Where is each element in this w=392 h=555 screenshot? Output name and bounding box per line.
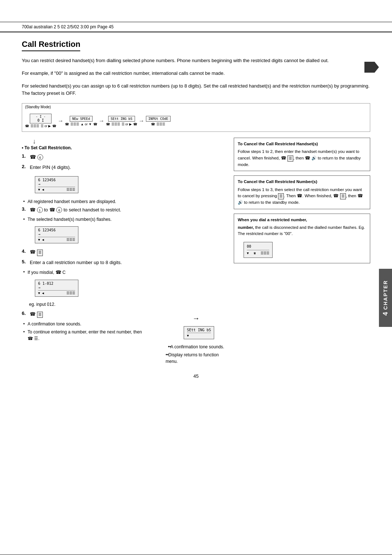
bullet-step3: The selected handset(s) number(s) flashe… bbox=[22, 216, 226, 223]
button-1-badge: 1 bbox=[37, 207, 43, 213]
bullet-step6-b: To continue entering a number, enter the… bbox=[22, 329, 144, 342]
arrow-3: → bbox=[139, 118, 144, 124]
cancel-number-box: To Cancel the Call Restricted Number(s) … bbox=[234, 175, 370, 209]
header-text: 700al australian 2 5 02 2/5/02 3:00 pm P… bbox=[22, 24, 114, 29]
header-bar: 700al australian 2 5 02 2/5/02 3:00 pm P… bbox=[0, 22, 392, 32]
handset-icon-step6: ☎ bbox=[30, 311, 36, 317]
lcd-setting-label: SEtt ING bS bbox=[187, 328, 211, 332]
down-arrow-icon: ↓ bbox=[33, 138, 226, 145]
handset-icon-4: ☎ bbox=[151, 122, 155, 126]
setting-bullet-1-text: • A confirmation tone sounds. bbox=[168, 344, 224, 349]
bullet-step6-b-text: To continue entering a number, enter the… bbox=[28, 329, 142, 335]
restricted-lcd-line1: 00 bbox=[247, 244, 269, 249]
setting-bullet-1: • A confirmation tone sounds. bbox=[168, 344, 224, 350]
step-3-content: ☎ 1 to ☎ 6 to select handset to restrict… bbox=[30, 206, 226, 214]
lcd-footer-4: ☰☰☰ bbox=[156, 122, 165, 126]
handset-icon-3b: ☎ bbox=[133, 122, 137, 126]
handset-icon-1b: ☎ bbox=[52, 124, 56, 128]
bullet-step3-text: The selected handset(s) number(s) flashe… bbox=[28, 217, 111, 222]
setting-bullet-2-text: • Display returns to function menu. bbox=[166, 352, 219, 364]
step-4: 4. ☎ ☰ bbox=[22, 248, 226, 256]
bullet-step2-text: All registered handset numbers are displ… bbox=[28, 199, 116, 204]
when-dial-restricted-title: When you dial a restricted number, bbox=[238, 217, 366, 223]
lcd-footer-right-step3: ☰☰☰ bbox=[66, 238, 75, 242]
flow-cell-2: NEw SPEEd ☎ ☰☰☰ ▲ or ▼ ☎ bbox=[65, 116, 97, 126]
handset-icon-step3b: ☎ bbox=[49, 207, 55, 212]
lcd-footer-left-step5: ▼ ◀ bbox=[38, 291, 44, 295]
lcd-step2: 6 123456 → ▼ ◀ ☰☰☰ bbox=[29, 174, 226, 195]
set-label-row: ↓ • To Set Call Restriction. bbox=[22, 138, 226, 150]
handset-icon-1: ☎ bbox=[25, 124, 29, 128]
cancel-handset-title: To Cancel the Call Restricted Handset(s) bbox=[238, 141, 366, 147]
button-6-badge2: 6 bbox=[56, 207, 62, 213]
flow-cell-1: - I - 0 I ☎ ☰☰☰ ☰ or ▶ ☎ bbox=[25, 114, 56, 128]
lcd-footer-step5: ▼ ◀ ☰☰☰ bbox=[38, 290, 75, 295]
lcd-footer-3: ☰☰☰ bbox=[111, 122, 120, 126]
page-title: Call Restriction bbox=[22, 40, 80, 51]
lcd-4: INPUt COdE bbox=[146, 116, 171, 122]
page-number: 45 bbox=[22, 373, 370, 379]
arrow-2: → bbox=[99, 118, 105, 124]
step5-and-setting: 6. ☎ ☰ A confirmation tone sounds. To co… bbox=[22, 311, 226, 366]
when-dial-restricted-box: When you dial a restricted number, numbe… bbox=[234, 214, 370, 263]
step-1-content: ☎ 6 bbox=[30, 153, 226, 161]
handset-icon-2b: ☎ bbox=[93, 122, 97, 126]
left-column: ↓ • To Set Call Restriction. 1. ☎ 6 2. E… bbox=[22, 138, 226, 366]
chapter-tab: CHAPTER 4 bbox=[379, 269, 392, 327]
menu-icon-step4: ☰ bbox=[37, 250, 43, 256]
handset-icon-step1: ☎ bbox=[30, 154, 36, 160]
lcd-line1-step3: 6 123456 bbox=[38, 228, 75, 232]
intro-paragraph-1: You can restrict desired handset(s) from… bbox=[22, 57, 370, 65]
step-2: 2. Enter PIN (4 digits). bbox=[22, 164, 226, 171]
restricted-lcd-footer: ▼ ☎ ☰☰☰ bbox=[247, 250, 269, 256]
lcd-1: - I - 0 I bbox=[30, 114, 52, 123]
step-4-num: 4. bbox=[22, 248, 28, 254]
flow-diagram: (Standby Mode) - I - 0 I ☎ ☰☰☰ ☰ or ▶ ☎ bbox=[22, 103, 370, 132]
lcd-3: SEtt ING bS bbox=[108, 116, 135, 122]
step-3-num: 3. bbox=[22, 206, 28, 212]
step-5-num: 5. bbox=[22, 259, 28, 264]
handset-icon-3: ☎ bbox=[106, 122, 110, 126]
when-dial-restricted-text: number, the call is disconnected and the… bbox=[238, 224, 366, 237]
lcd-display-step2: 6 123456 → ▼ ◀ ☰☰☰ bbox=[35, 176, 78, 193]
step-5-content: Enter a call restriction number up to 8 … bbox=[30, 259, 226, 266]
step-2-num: 2. bbox=[22, 164, 28, 169]
bullet-step6-a-text: A confirmation tone sounds. bbox=[28, 321, 81, 327]
step-6: 6. ☎ ☰ bbox=[22, 311, 144, 318]
intro-paragraph-3: For selected handset(s) you can assign u… bbox=[22, 82, 370, 98]
cancel-number-title: To Cancel the Call Restricted Number(s) bbox=[238, 179, 366, 185]
lcd-display-step3: 6 123456 → ▼ ◀ ☰☰☰ bbox=[35, 226, 78, 243]
lcd-step5: 6 1-012 → ▼ ◀ ☰☰☰ bbox=[29, 278, 226, 299]
restricted-lcd-wrapper: 00 ▼ ☎ ☰☰☰ bbox=[238, 240, 366, 260]
lcd-footer-left-step3: ▼ ◀ bbox=[38, 238, 44, 242]
lcd-setting-footer: ▼ bbox=[187, 333, 211, 337]
arrow-1: → bbox=[58, 118, 64, 124]
lcd-setting: SEtt ING bS ▼ bbox=[184, 326, 214, 339]
cancel-handset-box: To Cancel the Call Restricted Handset(s)… bbox=[234, 138, 370, 171]
lcd-footer-2: ☰☰☰ bbox=[70, 122, 79, 126]
flow-cell-3: SEtt ING bS ☎ ☰☰☰ ☰ or ▶ ☎ bbox=[106, 116, 137, 126]
bullet-step6-a: A confirmation tone sounds. bbox=[22, 321, 144, 327]
lcd-line1-step2: 6 123456 bbox=[38, 178, 75, 182]
step-6-num: 6. bbox=[22, 311, 28, 316]
flow-cell-4: INPUt COdE ☎ ☰☰☰ bbox=[146, 116, 171, 126]
lcd-2: NEw SPEEd bbox=[70, 116, 93, 122]
eg-input: eg. input 012. bbox=[29, 302, 226, 307]
chapter-number: 4 bbox=[382, 311, 389, 316]
step6-area: 6. ☎ ☰ A confirmation tone sounds. To co… bbox=[22, 311, 144, 366]
step-2-content: Enter PIN (4 digits). bbox=[30, 164, 226, 171]
setting-bullet-2: • Display returns to function menu. bbox=[166, 352, 226, 365]
flow-row: - I - 0 I ☎ ☰☰☰ ☰ or ▶ ☎ → NEw SPEEd bbox=[25, 114, 367, 128]
lcd-display-step5: 6 1-012 → ▼ ◀ ☰☰☰ bbox=[35, 280, 78, 297]
step-3: 3. ☎ 1 to ☎ 6 to select handset to restr… bbox=[22, 206, 226, 214]
step-5: 5. Enter a call restriction number up to… bbox=[22, 259, 226, 266]
standby-label: (Standby Mode) bbox=[25, 105, 51, 109]
two-column-layout: ↓ • To Set Call Restriction. 1. ☎ 6 2. E… bbox=[22, 138, 370, 366]
step-4-content: ☎ ☰ bbox=[30, 248, 226, 256]
lcd-footer-right-step2: ☰☰☰ bbox=[66, 188, 75, 191]
lcd-line1-step5: 6 1-012 bbox=[38, 281, 75, 285]
page-wrapper: 700al australian 2 5 02 2/5/02 3:00 pm P… bbox=[0, 22, 392, 555]
step-6-content: ☎ ☰ bbox=[30, 311, 144, 318]
step-1-num: 1. bbox=[22, 153, 28, 159]
bullet-misdial-text: If you misdial, ☎ C bbox=[28, 270, 66, 275]
